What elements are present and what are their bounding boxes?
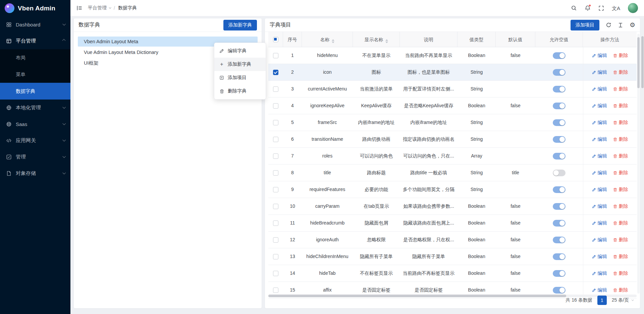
context-menu-add-item[interactable]: 添加项目: [214, 71, 266, 84]
avatar[interactable]: [628, 3, 638, 13]
edit-button[interactable]: 编辑: [592, 98, 607, 114]
edit-button[interactable]: 编辑: [592, 81, 607, 97]
edit-button[interactable]: 编辑: [592, 265, 607, 281]
window-scrollbar-thumb[interactable]: [641, 36, 644, 88]
sidebar-collapse-icon[interactable]: [76, 5, 83, 11]
row-checkbox[interactable]: [273, 86, 278, 92]
search-icon[interactable]: [571, 5, 577, 11]
page-size-select[interactable]: 25 条/页: [612, 297, 633, 303]
delete-button[interactable]: 删除: [613, 98, 628, 114]
context-menu-edit-dictionary[interactable]: 编辑字典: [214, 44, 266, 58]
edit-button[interactable]: 编辑: [592, 215, 607, 231]
allow-empty-toggle[interactable]: [553, 186, 566, 193]
add-dictionary-button[interactable]: 添加新字典: [223, 20, 257, 30]
sidebar-item-localization[interactable]: 本地化管理: [0, 100, 70, 116]
edit-button[interactable]: 编辑: [592, 47, 607, 64]
row-checkbox[interactable]: [273, 204, 278, 209]
row-checkbox[interactable]: [273, 137, 278, 142]
delete-button[interactable]: 删除: [613, 131, 628, 147]
fullscreen-icon[interactable]: [598, 5, 604, 11]
language-translate-icon[interactable]: 文A: [612, 6, 620, 11]
edit-button[interactable]: 编辑: [592, 131, 607, 147]
dictionary-items-table: 序号 名称 显示名称 说明 值类型 默认值 允许空值 操作方法 1 hideMe…: [268, 32, 637, 299]
row-checkbox[interactable]: [273, 70, 278, 75]
context-menu-delete-dictionary[interactable]: 删除字典: [214, 84, 266, 98]
allow-empty-toggle[interactable]: [553, 52, 566, 59]
row-checkbox[interactable]: [273, 153, 278, 159]
cell-name: hideBreadcrumb: [302, 215, 353, 231]
delete-button[interactable]: 删除: [613, 47, 628, 64]
delete-button[interactable]: 删除: [613, 81, 628, 97]
row-checkbox[interactable]: [273, 288, 278, 293]
row-checkbox[interactable]: [273, 187, 278, 192]
sidebar-item-app-gateway[interactable]: 应用网关: [0, 132, 70, 149]
breadcrumb-parent[interactable]: 平台管理: [88, 5, 111, 11]
horizontal-scrollbar-thumb[interactable]: [268, 295, 566, 297]
edit-button[interactable]: 编辑: [592, 232, 607, 248]
column-header-display-name[interactable]: 显示名称: [353, 32, 400, 47]
vertical-scrollbar-thumb[interactable]: [637, 37, 640, 88]
delete-button[interactable]: 删除: [613, 265, 628, 281]
delete-button[interactable]: 删除: [613, 248, 628, 265]
row-checkbox[interactable]: [273, 103, 278, 109]
delete-button[interactable]: 删除: [613, 198, 628, 214]
delete-button[interactable]: 删除: [613, 114, 628, 131]
row-checkbox[interactable]: [273, 120, 278, 125]
sidebar-item-dashboard[interactable]: Dashboard: [0, 16, 70, 33]
window-scrollbar[interactable]: [641, 16, 644, 314]
delete-button[interactable]: 删除: [613, 181, 628, 198]
cell-display-name: 图标: [353, 64, 400, 80]
delete-button[interactable]: 删除: [613, 64, 628, 80]
notifications-bell-icon[interactable]: [585, 5, 591, 11]
sidebar-item-menu[interactable]: 菜单: [0, 66, 70, 83]
gear-icon[interactable]: ⚙: [630, 22, 635, 28]
allow-empty-toggle[interactable]: [553, 287, 566, 294]
allow-empty-toggle[interactable]: [553, 220, 566, 227]
delete-button[interactable]: 删除: [613, 165, 628, 181]
allow-empty-toggle[interactable]: [553, 253, 566, 260]
vertical-scrollbar[interactable]: [637, 34, 640, 294]
allow-empty-toggle[interactable]: [553, 170, 566, 176]
allow-empty-toggle[interactable]: [553, 69, 566, 76]
allow-empty-toggle[interactable]: [553, 136, 566, 143]
page-1-button[interactable]: 1: [597, 296, 607, 305]
context-menu-add-dictionary[interactable]: + 添加新字典: [214, 58, 266, 71]
add-item-button[interactable]: 添加项目: [571, 20, 599, 30]
allow-empty-toggle[interactable]: [553, 270, 566, 277]
sidebar-item-saas[interactable]: Saas: [0, 116, 70, 132]
column-header-name[interactable]: 名称: [302, 32, 353, 47]
delete-button[interactable]: 删除: [613, 148, 628, 164]
row-checkbox[interactable]: [273, 254, 278, 259]
sidebar-item-layout[interactable]: 布局: [0, 49, 70, 66]
row-checkbox[interactable]: [273, 53, 278, 58]
sort-icon[interactable]: [385, 39, 388, 43]
sidebar-item-platform-management[interactable]: 平台管理: [0, 33, 70, 49]
edit-button[interactable]: 编辑: [592, 64, 607, 80]
row-checkbox[interactable]: [273, 170, 278, 176]
delete-button[interactable]: 删除: [613, 232, 628, 248]
sidebar-item-data-dictionary[interactable]: 数据字典: [0, 83, 70, 100]
select-all-checkbox[interactable]: [273, 37, 278, 42]
sidebar-item-object-storage[interactable]: 对象存储: [0, 165, 70, 182]
allow-empty-toggle[interactable]: [553, 119, 566, 126]
edit-button[interactable]: 编辑: [592, 165, 607, 181]
edit-button[interactable]: 编辑: [592, 181, 607, 198]
edit-button[interactable]: 编辑: [592, 248, 607, 265]
allow-empty-toggle[interactable]: [553, 86, 566, 92]
refresh-icon[interactable]: [606, 22, 611, 28]
allow-empty-toggle[interactable]: [553, 153, 566, 160]
edit-button[interactable]: 编辑: [592, 148, 607, 164]
edit-button[interactable]: 编辑: [592, 114, 607, 131]
row-checkbox[interactable]: [273, 271, 278, 276]
edit-button[interactable]: 编辑: [592, 198, 607, 214]
allow-empty-toggle[interactable]: [553, 103, 566, 109]
sort-icon[interactable]: [332, 39, 334, 43]
delete-button[interactable]: 删除: [613, 215, 628, 231]
cell-description: 当前路由不再标签页显示: [400, 265, 458, 281]
sidebar-item-management[interactable]: 管理: [0, 149, 70, 165]
allow-empty-toggle[interactable]: [553, 203, 566, 210]
allow-empty-toggle[interactable]: [553, 237, 566, 243]
row-checkbox[interactable]: [273, 237, 278, 243]
row-checkbox[interactable]: [273, 221, 278, 226]
row-height-icon[interactable]: [618, 22, 623, 28]
